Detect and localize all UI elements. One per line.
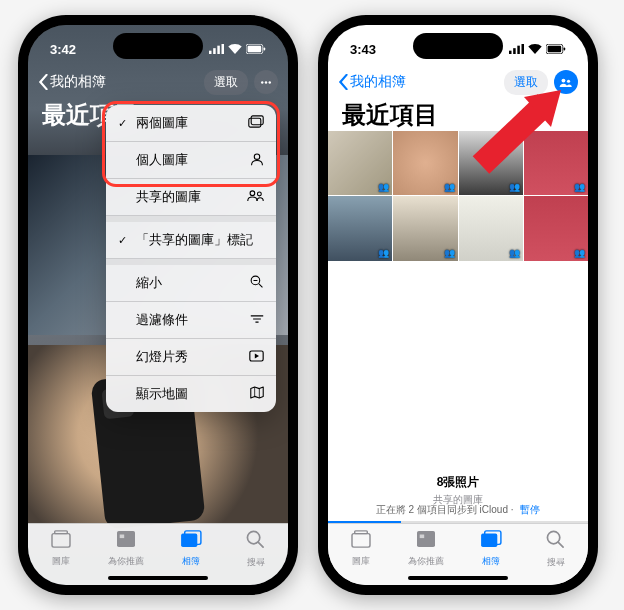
photo-thumbnail[interactable]: 👥 bbox=[393, 196, 457, 260]
select-button[interactable]: 選取 bbox=[204, 70, 248, 95]
person-icon bbox=[250, 152, 264, 169]
svg-rect-42 bbox=[564, 47, 566, 50]
shared-badge-icon: 👥 bbox=[444, 182, 455, 192]
dynamic-island bbox=[413, 33, 503, 59]
screen-right: 3:43 我的相簿 選取 最近項目 👥 👥 bbox=[328, 25, 588, 585]
photo-thumbnail[interactable]: 👥 bbox=[459, 131, 523, 195]
photo-count: 8張照片 bbox=[328, 474, 588, 491]
status-time: 3:43 bbox=[350, 42, 376, 57]
menu-slideshow[interactable]: 幻燈片秀 bbox=[106, 339, 276, 376]
shared-badge-icon: 👥 bbox=[509, 248, 520, 258]
svg-line-20 bbox=[259, 283, 263, 287]
menu-label: 縮小 bbox=[136, 274, 162, 292]
tab-albums[interactable]: 相簿 bbox=[158, 530, 223, 568]
menu-zoom-out[interactable]: 縮小 bbox=[106, 265, 276, 302]
page-title: 最近項目 bbox=[342, 99, 438, 131]
svg-point-11 bbox=[261, 81, 263, 83]
menu-label: 幻燈片秀 bbox=[136, 348, 188, 366]
back-label: 我的相簿 bbox=[350, 73, 406, 91]
photo-thumbnail[interactable]: 👥 bbox=[459, 196, 523, 260]
svg-rect-29 bbox=[54, 531, 67, 534]
chevron-left-icon bbox=[38, 74, 48, 90]
albums-icon bbox=[480, 530, 502, 553]
svg-rect-36 bbox=[509, 51, 512, 54]
screen-left: 3:42 我的相簿 選取 最近項目 ✓兩個圖庫 bbox=[28, 25, 288, 585]
photo-grid: 👥 👥 👥 👥 👥 👥 👥 👥 bbox=[328, 131, 588, 261]
svg-point-16 bbox=[254, 153, 259, 158]
svg-rect-48 bbox=[419, 535, 424, 539]
svg-line-35 bbox=[258, 542, 263, 547]
menu-shared-library[interactable]: 共享的圖庫 bbox=[106, 179, 276, 216]
status-icons bbox=[209, 44, 266, 54]
battery-icon bbox=[246, 44, 266, 54]
svg-point-12 bbox=[265, 81, 267, 83]
sync-text: 正在將 2 個項目同步到 iCloud bbox=[376, 504, 508, 515]
tab-label: 搜尋 bbox=[247, 556, 265, 569]
tab-search[interactable]: 搜尋 bbox=[523, 530, 588, 569]
more-button[interactable] bbox=[254, 70, 278, 94]
svg-line-52 bbox=[558, 542, 563, 547]
tab-library[interactable]: 圖庫 bbox=[328, 530, 393, 568]
svg-rect-38 bbox=[517, 46, 520, 54]
magnify-icon bbox=[250, 275, 264, 292]
status-icons bbox=[509, 44, 566, 54]
photo-thumbnail[interactable]: 👥 bbox=[328, 131, 392, 195]
tab-for-you[interactable]: 為你推薦 bbox=[393, 530, 458, 568]
wifi-icon bbox=[528, 44, 542, 54]
svg-rect-46 bbox=[354, 531, 367, 534]
back-button[interactable]: 我的相簿 bbox=[338, 73, 406, 91]
menu-filter[interactable]: 過濾條件 bbox=[106, 302, 276, 339]
people-icon bbox=[247, 189, 264, 205]
nav-bar: 我的相簿 選取 bbox=[28, 65, 288, 99]
svg-rect-10 bbox=[264, 47, 266, 50]
menu-label: 過濾條件 bbox=[136, 311, 188, 329]
phone-left: 3:42 我的相簿 選取 最近項目 ✓兩個圖庫 bbox=[18, 15, 298, 595]
pause-button[interactable]: 暫停 bbox=[520, 504, 540, 515]
tab-label: 為你推薦 bbox=[408, 555, 444, 568]
menu-shared-badge[interactable]: ✓「共享的圖庫」標記 bbox=[106, 222, 276, 259]
shared-badge-icon: 👥 bbox=[574, 182, 585, 192]
svg-rect-9 bbox=[248, 46, 262, 52]
library-icon bbox=[350, 530, 372, 553]
photo-thumbnail[interactable]: 👥 bbox=[328, 196, 392, 260]
albums-icon bbox=[180, 530, 202, 553]
tab-for-you[interactable]: 為你推薦 bbox=[93, 530, 158, 568]
photo-thumbnail[interactable]: 👥 bbox=[524, 131, 588, 195]
tab-library[interactable]: 圖庫 bbox=[28, 530, 93, 568]
menu-show-map[interactable]: 顯示地圖 bbox=[106, 376, 276, 412]
menu-both-libraries[interactable]: ✓兩個圖庫 bbox=[106, 105, 276, 142]
shared-badge-icon: 👥 bbox=[378, 182, 389, 192]
shared-library-button[interactable] bbox=[554, 70, 578, 94]
photo-thumbnail[interactable]: 👥 bbox=[524, 196, 588, 260]
svg-rect-39 bbox=[522, 44, 525, 54]
shared-badge-icon: 👥 bbox=[378, 248, 389, 258]
home-indicator[interactable] bbox=[108, 576, 208, 580]
status-time: 3:42 bbox=[50, 42, 76, 57]
back-button[interactable]: 我的相簿 bbox=[38, 73, 106, 91]
search-icon bbox=[546, 530, 565, 554]
back-label: 我的相簿 bbox=[50, 73, 106, 91]
context-menu: ✓兩個圖庫 個人圖庫 共享的圖庫 ✓「共享的圖庫」標記 縮小 過濾條件 bbox=[106, 105, 276, 412]
menu-personal-library[interactable]: 個人圖庫 bbox=[106, 142, 276, 179]
tab-search[interactable]: 搜尋 bbox=[223, 530, 288, 569]
shared-badge-icon: 👥 bbox=[509, 182, 520, 192]
tab-albums[interactable]: 相簿 bbox=[458, 530, 523, 568]
select-button[interactable]: 選取 bbox=[504, 70, 548, 95]
tab-label: 為你推薦 bbox=[108, 555, 144, 568]
search-icon bbox=[246, 530, 265, 554]
svg-rect-14 bbox=[249, 118, 261, 127]
shared-badge-icon: 👥 bbox=[574, 248, 585, 258]
chevron-left-icon bbox=[338, 74, 348, 90]
svg-point-43 bbox=[562, 78, 566, 82]
svg-point-18 bbox=[257, 192, 261, 196]
people-icon bbox=[559, 77, 573, 88]
svg-rect-6 bbox=[217, 46, 220, 54]
dynamic-island bbox=[113, 33, 203, 59]
svg-rect-4 bbox=[209, 51, 212, 54]
svg-point-13 bbox=[269, 81, 271, 83]
svg-rect-7 bbox=[222, 44, 225, 54]
wifi-icon bbox=[228, 44, 242, 54]
menu-label: 「共享的圖庫」標記 bbox=[136, 231, 253, 249]
home-indicator[interactable] bbox=[408, 576, 508, 580]
photo-thumbnail[interactable]: 👥 bbox=[393, 131, 457, 195]
